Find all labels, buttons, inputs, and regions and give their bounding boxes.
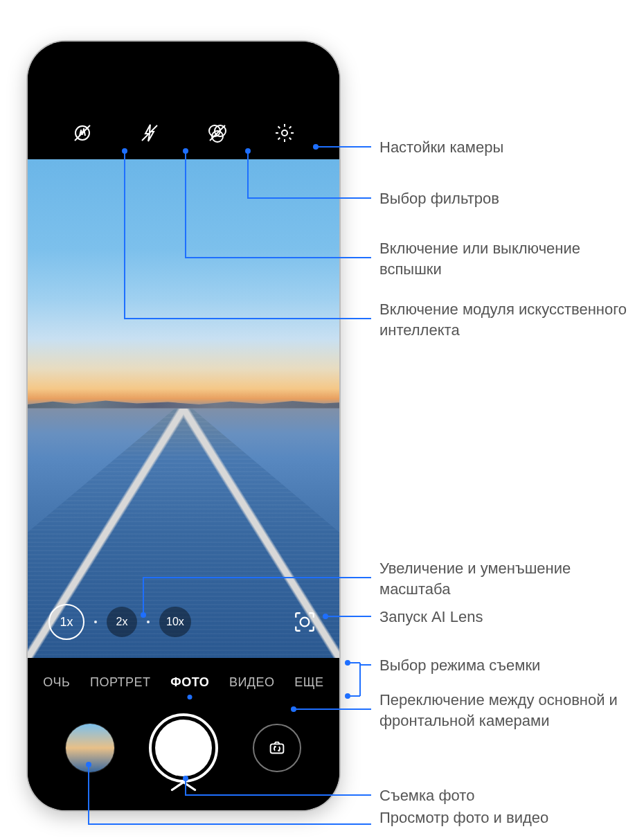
callout-ai-module: Включение модуля искусственного интеллек…	[379, 299, 636, 340]
svg-point-18	[345, 660, 350, 666]
camera-viewfinder[interactable]: 1x 2x 10x	[28, 159, 339, 658]
zoom-step-dot	[94, 621, 97, 623]
callout-filters: Выбор фильтров	[379, 188, 499, 209]
mode-night[interactable]: ОЧЬ	[43, 675, 70, 690]
phone-frame: 1x 2x 10x ОЧЬ ПОРТРЕТ ФОТО ВИДЕО ЕЩЕ	[28, 42, 339, 810]
svg-point-7	[282, 130, 287, 136]
callout-settings: Настойки камеры	[379, 137, 503, 158]
ai-lens-icon[interactable]	[291, 608, 319, 636]
zoom-2x-button[interactable]: 2x	[107, 607, 137, 637]
gallery-thumbnail[interactable]	[66, 724, 114, 772]
flash-icon[interactable]	[137, 121, 162, 145]
callout-ai-lens: Запуск AI Lens	[379, 607, 483, 627]
mode-portrait[interactable]: ПОРТРЕТ	[90, 675, 151, 690]
top-toolbar	[28, 42, 339, 159]
zoom-10x-button[interactable]: 10x	[159, 607, 191, 637]
svg-point-8	[301, 618, 310, 627]
mode-more[interactable]: ЕЩЕ	[294, 675, 323, 690]
settings-icon[interactable]	[272, 121, 297, 145]
ai-mode-icon[interactable]	[70, 121, 95, 145]
switch-camera-button[interactable]	[253, 724, 301, 772]
shutter-button[interactable]	[149, 713, 218, 783]
callout-mode-select: Выбор режима съемки	[379, 655, 540, 676]
zoom-step-dot	[147, 621, 150, 623]
svg-rect-9	[271, 744, 284, 753]
chevron-up-icon[interactable]	[166, 778, 201, 796]
mode-photo[interactable]: ФОТО	[170, 675, 209, 690]
svg-point-20	[345, 693, 350, 699]
callout-switch-camera: Переключение между основной и фронтально…	[379, 690, 636, 731]
filters-icon[interactable]	[205, 121, 230, 145]
callout-shutter: Съемка фото	[379, 785, 474, 806]
callout-gallery: Просмотр фото и видео	[379, 808, 548, 828]
mode-selector[interactable]: ОЧЬ ПОРТРЕТ ФОТО ВИДЕО ЕЩЕ	[28, 658, 339, 706]
callout-zoom: Увеличение и уменъшение масштаба	[379, 558, 636, 599]
callout-flash: Включение или выключение вспышки	[379, 238, 636, 279]
mode-video[interactable]: ВИДЕО	[229, 675, 275, 690]
zoom-1x-button[interactable]: 1x	[48, 604, 84, 640]
zoom-controls: 1x 2x 10x	[28, 604, 339, 640]
